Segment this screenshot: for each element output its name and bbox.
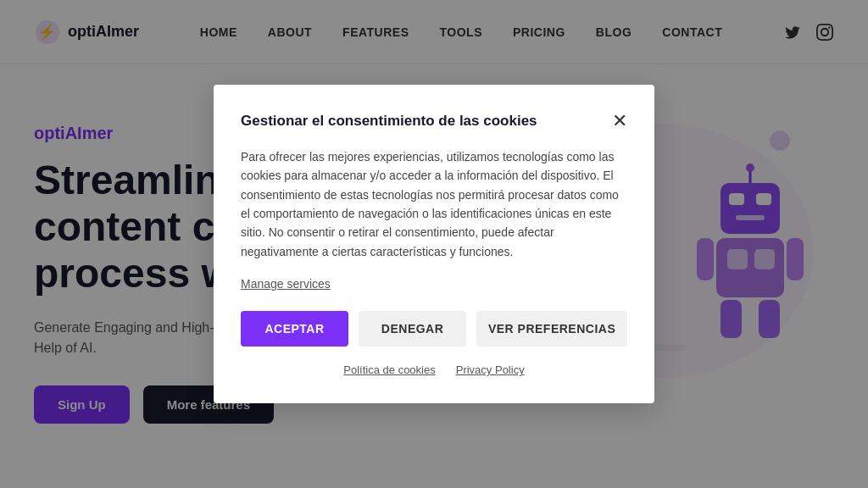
cookie-header: Gestionar el consentimiento de las cooki…	[241, 112, 627, 130]
cookie-preferences-button[interactable]: VER PREFERENCIAS	[476, 311, 627, 347]
cookie-body-text: Para ofrecer las mejores experiencias, u…	[241, 147, 627, 261]
cookie-policy-link[interactable]: Política de cookies	[343, 363, 435, 376]
cookie-footer: Política de cookies Privacy Policy	[241, 363, 627, 376]
cookie-overlay: Gestionar el consentimiento de las cooki…	[0, 0, 868, 488]
cookie-modal: Gestionar el consentimiento de las cooki…	[214, 85, 654, 403]
cookie-manage-link[interactable]: Manage services	[241, 277, 331, 291]
cookie-action-buttons: ACEPTAR DENEGAR VER PREFERENCIAS	[241, 311, 627, 347]
cookie-deny-button[interactable]: DENEGAR	[359, 311, 466, 347]
cookie-title: Gestionar el consentimiento de las cooki…	[241, 113, 537, 130]
privacy-policy-link[interactable]: Privacy Policy	[456, 363, 525, 376]
cookie-close-button[interactable]: ✕	[612, 112, 627, 130]
cookie-accept-button[interactable]: ACEPTAR	[241, 311, 348, 347]
